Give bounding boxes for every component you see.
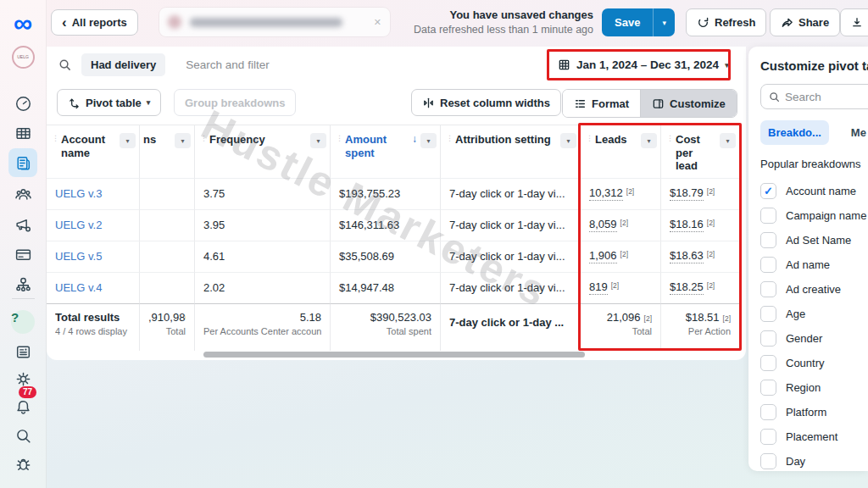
breakdown-item[interactable]: Ad creative: [760, 277, 868, 302]
export-button[interactable]: [840, 8, 868, 36]
notifications-bell-icon[interactable]: 77: [8, 392, 37, 421]
horizontal-scrollbar[interactable]: [203, 352, 585, 358]
column-header-attribution-setting[interactable]: ⋮ Attribution setting ▾: [441, 125, 581, 178]
ads-manager-icon[interactable]: [8, 210, 37, 239]
breakdown-item[interactable]: Day: [760, 449, 868, 471]
table-toolbar: Pivot table ▾ Group breakdowns Reset col…: [47, 89, 746, 119]
cell-account-name-link[interactable]: UELG v.3: [47, 178, 140, 209]
checkbox[interactable]: [760, 257, 776, 273]
report-name-input[interactable]: ✕: [159, 8, 390, 36]
cell-frequency: 3.75: [195, 178, 331, 209]
cell-account-name-link[interactable]: UELG v.5: [47, 241, 140, 272]
search-icon: [769, 92, 780, 103]
share-button[interactable]: Share: [770, 8, 840, 36]
cell-account-name-link[interactable]: UELG v.4: [47, 272, 140, 303]
header-caret-icon[interactable]: ▾: [120, 133, 136, 148]
left-nav-rail: ∞ UELG ?: [0, 0, 47, 488]
checkbox[interactable]: [760, 232, 776, 248]
checkbox[interactable]: [760, 208, 776, 224]
breakdown-label: Country: [786, 357, 825, 369]
audiences-icon[interactable]: [8, 180, 37, 208]
updates-icon[interactable]: [8, 337, 37, 366]
breakdown-item[interactable]: Gender: [760, 326, 868, 351]
column-header-amount-spent-sorted[interactable]: ⋮ Amount spent ↓ ▾: [331, 125, 441, 178]
tab-breakdowns[interactable]: Breakdo...: [760, 120, 829, 145]
save-button[interactable]: Save: [602, 8, 653, 36]
cell-impressions-truncated: [140, 178, 195, 209]
breakdown-label: Account name: [786, 185, 856, 197]
pivot-table-dropdown[interactable]: Pivot table ▾: [57, 89, 161, 116]
save-options-caret[interactable]: ▾: [653, 8, 675, 36]
cell-amount-spent: $193,755.23: [331, 178, 441, 209]
customize-panel-icon: [652, 97, 665, 110]
panel-search-input[interactable]: [785, 91, 861, 103]
checkbox[interactable]: [760, 306, 776, 322]
breakdown-item[interactable]: Ad Set Name: [760, 228, 868, 252]
drag-handle-icon: ⋮: [52, 135, 58, 143]
checkbox[interactable]: [760, 281, 776, 297]
tab-metrics[interactable]: Me: [851, 126, 866, 139]
header-caret-icon[interactable]: ▾: [310, 133, 326, 148]
breakdown-item[interactable]: Region: [760, 375, 868, 400]
header-caret-icon[interactable]: ▾: [560, 133, 576, 148]
meta-logo-icon[interactable]: ∞: [8, 8, 37, 37]
all-reports-label: All reports: [72, 16, 127, 29]
breakdown-item[interactable]: Ad name: [760, 252, 868, 277]
checkbox[interactable]: [760, 453, 776, 469]
cell-attribution-setting: 7-day click or 1-day vi...: [441, 178, 581, 209]
refresh-button[interactable]: Refresh: [686, 8, 766, 36]
checkbox[interactable]: [760, 429, 776, 445]
billing-icon[interactable]: [8, 240, 37, 269]
customize-button-active[interactable]: Customize: [640, 90, 737, 117]
checkbox[interactable]: [760, 355, 776, 371]
column-header-account-name[interactable]: ⋮ Account name ▾: [47, 125, 140, 178]
breakdown-item[interactable]: Campaign name: [760, 203, 868, 228]
reports-icon-active[interactable]: [8, 148, 37, 177]
panel-search-box[interactable]: [760, 84, 868, 109]
header-caret-icon[interactable]: ▾: [420, 133, 437, 148]
reset-widths-icon: [422, 97, 435, 109]
report-name-redacted: [190, 18, 342, 27]
column-header-frequency[interactable]: ⋮ Frequency ▾: [195, 125, 331, 178]
data-refreshed-text: Data refreshed less than 1 minute ago: [405, 23, 593, 37]
had-delivery-chip[interactable]: Had delivery: [81, 53, 165, 76]
clear-report-name-icon[interactable]: ✕: [374, 17, 381, 28]
report-bug-icon[interactable]: [8, 449, 37, 478]
checkbox[interactable]: ✓: [760, 183, 776, 199]
all-reports-button[interactable]: ‹ All reports: [51, 9, 138, 36]
download-icon: [851, 16, 863, 29]
checkbox[interactable]: [760, 404, 776, 420]
metrics-columns-highlight-box: [578, 123, 742, 351]
totals-spent-cell: $390,523.03 Total spent: [331, 303, 441, 351]
sort-desc-icon: ↓: [412, 133, 417, 145]
breakdown-item[interactable]: Country: [760, 351, 868, 375]
tables-icon[interactable]: [8, 119, 37, 147]
breakdown-item[interactable]: Age: [760, 302, 868, 326]
column-header-impressions-truncated[interactable]: ns ▾: [140, 125, 195, 178]
breakdown-item[interactable]: Placement: [760, 424, 868, 449]
totals-impressions-caption: Total: [148, 326, 186, 336]
business-structure-icon[interactable]: [8, 269, 37, 298]
report-status-dot: [168, 15, 181, 29]
sidebar-divider: [12, 298, 35, 299]
breakdown-item[interactable]: Platform: [760, 400, 868, 424]
breakdown-item[interactable]: ✓ Account name: [760, 179, 868, 203]
cell-amount-spent: $146,311.63: [331, 209, 441, 241]
dashboard-icon[interactable]: [8, 89, 37, 118]
sidebar-search-icon[interactable]: [8, 421, 37, 450]
header-caret-icon[interactable]: ▾: [175, 133, 191, 148]
cell-account-name-link[interactable]: UELG v.2: [47, 209, 140, 241]
checkbox[interactable]: [760, 380, 776, 396]
header-label: Attribution setting: [455, 133, 551, 147]
ads-reporting-app: ∞ UELG ?: [0, 0, 868, 488]
header-label: Account name: [61, 133, 120, 159]
format-label: Format: [592, 97, 629, 110]
format-button[interactable]: Format: [563, 90, 640, 117]
account-avatar[interactable]: UELG: [8, 42, 37, 71]
help-icon[interactable]: ?: [8, 308, 37, 336]
reset-column-widths-button[interactable]: Reset column widths: [411, 89, 561, 116]
cell-impressions-truncated: [140, 272, 195, 303]
checkbox[interactable]: [760, 330, 776, 347]
cell-frequency: 4.61: [195, 241, 331, 272]
group-breakdowns-button[interactable]: Group breakdowns: [174, 89, 296, 116]
